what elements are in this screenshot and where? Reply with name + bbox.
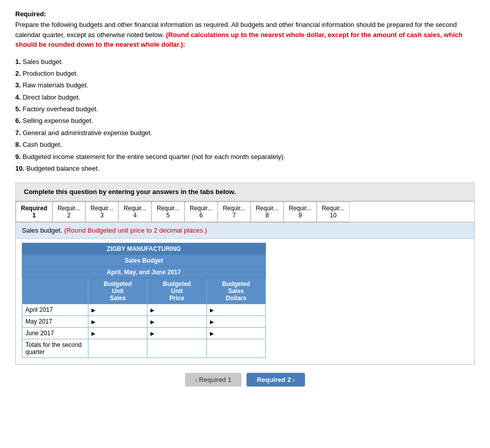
june-unit-price-cell[interactable]: ▶ [147,328,206,339]
row-label-totals: Totals for the secondquarter [22,339,88,358]
next-arrow-icon: › [293,377,295,383]
table-row: Totals for the secondquarter [22,339,266,358]
required-label: Required: [15,10,475,18]
tab-required-5[interactable]: Requir...5 [151,202,185,222]
row-label-may: May 2017 [22,316,88,328]
tab-required-3[interactable]: Requir...3 [85,202,118,222]
next-button[interactable]: Required 2 › [247,373,304,387]
may-unit-price-cell[interactable]: ▶ [147,316,206,328]
col-header-sales-dollars: BudgetedSalesDollars [206,278,265,304]
june-unit-sales-cell[interactable]: ▶ [88,328,147,339]
june-unit-sales-input[interactable] [97,330,144,337]
intro-text: Prepare the following budgets and other … [15,20,475,50]
table-row: May 2017 ▶ ▶ ▶ [22,316,266,328]
prev-button-label: Required 1 [199,376,232,383]
tab-required-8[interactable]: Requir...8 [251,202,284,222]
totals-sales-dollars-input[interactable] [210,345,262,352]
tab-required-7[interactable]: Requir...7 [218,202,251,222]
june-sales-dollars-input[interactable] [215,330,262,337]
row-label-june: June 2017 [22,328,88,339]
sales-note-red: (Round Budgeted unit price to 2 decimal … [64,227,207,234]
table-container: ZIGBY MANUFACTURING Sales Budget April, … [16,243,474,364]
col-header-unit-price: BudgetedUnitPrice [147,278,206,304]
col-header-unit-sales: BudgetedUnitSales [88,278,147,304]
tab-required-6[interactable]: Requir...6 [185,202,218,222]
col-header-empty [22,278,88,304]
table-title: ZIGBY MANUFACTURING [22,243,266,255]
prev-button[interactable]: ‹ Required 1 [185,373,241,387]
may-unit-price-input[interactable] [156,318,203,325]
may-unit-sales-cell[interactable]: ▶ [88,316,147,328]
totals-sales-dollars-cell[interactable] [206,339,265,358]
tab-required-10[interactable]: Requir...10 [317,202,350,222]
row-label-april: April 2017 [22,304,88,316]
tab-required-2[interactable]: Requir...2 [52,202,85,222]
prev-arrow-icon: ‹ [195,377,197,383]
sales-budget-table: ZIGBY MANUFACTURING Sales Budget April, … [22,243,266,358]
red-instruction: (Round calculations up to the nearest wh… [15,31,463,49]
april-unit-sales-cell[interactable]: ▶ [88,304,147,316]
may-sales-dollars-input[interactable] [215,318,262,325]
june-unit-price-input[interactable] [156,330,203,337]
table-subtitle: Sales Budget [22,255,266,267]
tabs-wrapper: Required1 Requir...2 Requir...3 Requir..… [15,201,475,365]
april-unit-price-input[interactable] [156,306,203,313]
totals-unit-price-input[interactable] [150,345,203,352]
sales-note-text: Sales budget. [22,227,64,234]
april-sales-dollars-input[interactable] [215,306,262,313]
may-unit-sales-input[interactable] [97,318,144,325]
tab-required-4[interactable]: Requir...4 [118,202,151,222]
may-sales-dollars-cell[interactable]: ▶ [206,316,265,328]
requirements-list: 1. Sales budget. 2. Production budget. 3… [15,56,475,175]
complete-question-banner: Complete this question by entering your … [15,182,475,201]
totals-unit-sales-cell[interactable] [88,339,147,358]
next-button-label: Required 2 [257,376,291,383]
table-row: April 2017 ▶ ▶ ▶ [22,304,266,316]
tab-required-9[interactable]: Requir...9 [284,202,317,222]
tabs-row: Required1 Requir...2 Requir...3 Requir..… [16,202,474,222]
june-sales-dollars-cell[interactable]: ▶ [206,328,265,339]
april-sales-dollars-cell[interactable]: ▶ [206,304,265,316]
totals-unit-price-cell[interactable] [147,339,206,358]
sales-note: Sales budget. (Round Budgeted unit price… [16,222,474,239]
bottom-navigation: ‹ Required 1 Required 2 › [15,373,475,387]
april-unit-price-cell[interactable]: ▶ [147,304,206,316]
tab-required-1[interactable]: Required1 [16,202,52,222]
table-row: June 2017 ▶ ▶ ▶ [22,328,266,339]
totals-unit-sales-input[interactable] [91,345,144,352]
table-period: April, May, and June 2017 [22,267,266,278]
april-unit-sales-input[interactable] [97,306,144,313]
